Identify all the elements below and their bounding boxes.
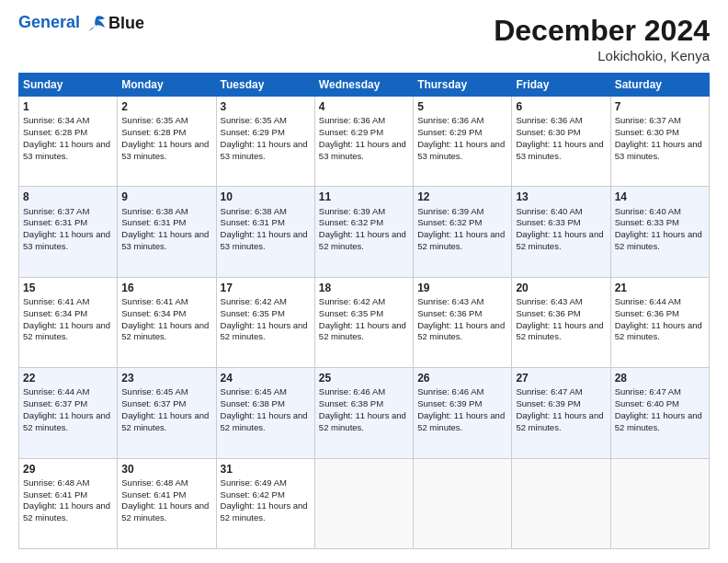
table-row: 8Sunrise: 6:37 AMSunset: 6:31 PMDaylight… xyxy=(19,187,118,277)
day-number: 14 xyxy=(615,190,705,204)
sunrise-text: Sunrise: 6:35 AM xyxy=(121,115,188,125)
table-row: 12Sunrise: 6:39 AMSunset: 6:32 PMDayligh… xyxy=(414,187,512,277)
logo-general: General xyxy=(18,13,80,31)
sunset-text: Sunset: 6:31 PM xyxy=(221,217,285,227)
daylight-text: Daylight: 11 hours and 53 minutes. xyxy=(221,139,308,161)
day-number: 10 xyxy=(221,190,311,204)
daylight-text: Daylight: 11 hours and 53 minutes. xyxy=(121,229,209,251)
day-number: 4 xyxy=(319,99,409,114)
day-number: 3 xyxy=(221,99,311,114)
sunset-text: Sunset: 6:30 PM xyxy=(615,127,679,137)
day-number: 28 xyxy=(615,371,705,385)
table-row: 24Sunrise: 6:45 AMSunset: 6:38 PMDayligh… xyxy=(216,368,314,458)
daylight-text: Daylight: 11 hours and 52 minutes. xyxy=(121,320,209,342)
daylight-text: Daylight: 11 hours and 52 minutes. xyxy=(417,229,505,251)
daylight-text: Daylight: 11 hours and 53 minutes. xyxy=(319,139,406,161)
daylight-text: Daylight: 11 hours and 52 minutes. xyxy=(221,500,308,523)
sunset-text: Sunset: 6:28 PM xyxy=(121,127,186,137)
sunset-text: Sunset: 6:30 PM xyxy=(516,127,580,137)
sunrise-text: Sunrise: 6:44 AM xyxy=(23,386,89,396)
sunrise-text: Sunrise: 6:41 AM xyxy=(121,296,188,306)
daylight-text: Daylight: 11 hours and 52 minutes. xyxy=(121,410,209,432)
day-number: 13 xyxy=(516,190,606,204)
sunset-text: Sunset: 6:39 PM xyxy=(516,398,580,408)
sunrise-text: Sunrise: 6:47 AM xyxy=(516,386,582,396)
sunrise-text: Sunrise: 6:48 AM xyxy=(23,477,89,488)
table-row: 1Sunrise: 6:34 AMSunset: 6:28 PMDaylight… xyxy=(19,97,118,187)
sunrise-text: Sunrise: 6:36 AM xyxy=(417,115,483,125)
calendar-week-row: 15Sunrise: 6:41 AMSunset: 6:34 PMDayligh… xyxy=(19,277,710,367)
daylight-text: Daylight: 11 hours and 52 minutes. xyxy=(221,320,308,342)
daylight-text: Daylight: 11 hours and 52 minutes. xyxy=(516,229,603,251)
calendar-header-row: Sunday Monday Tuesday Wednesday Thursday… xyxy=(19,74,710,97)
table-row: 19Sunrise: 6:43 AMSunset: 6:36 PMDayligh… xyxy=(414,277,512,367)
sunset-text: Sunset: 6:36 PM xyxy=(516,308,580,318)
sunrise-text: Sunrise: 6:39 AM xyxy=(417,206,483,216)
table-row: 30Sunrise: 6:48 AMSunset: 6:41 PMDayligh… xyxy=(118,458,216,548)
sunset-text: Sunset: 6:34 PM xyxy=(23,308,87,318)
daylight-text: Daylight: 11 hours and 53 minutes. xyxy=(417,139,505,161)
sunrise-text: Sunrise: 6:37 AM xyxy=(615,115,681,125)
location: Lokichokio, Kenya xyxy=(494,48,710,63)
day-number: 18 xyxy=(319,281,409,295)
table-row: 4Sunrise: 6:36 AMSunset: 6:29 PMDaylight… xyxy=(314,97,413,187)
table-row: 22Sunrise: 6:44 AMSunset: 6:37 PMDayligh… xyxy=(19,368,118,458)
table-row: 17Sunrise: 6:42 AMSunset: 6:35 PMDayligh… xyxy=(216,277,314,367)
sunrise-text: Sunrise: 6:47 AM xyxy=(615,386,681,396)
sunset-text: Sunset: 6:31 PM xyxy=(121,217,186,227)
sunset-text: Sunset: 6:41 PM xyxy=(23,489,87,500)
day-number: 24 xyxy=(221,371,311,385)
sunset-text: Sunset: 6:35 PM xyxy=(319,308,383,318)
day-number: 15 xyxy=(23,281,113,295)
day-number: 30 xyxy=(121,462,211,477)
daylight-text: Daylight: 11 hours and 52 minutes. xyxy=(121,500,209,523)
day-number: 22 xyxy=(23,371,113,385)
daylight-text: Daylight: 11 hours and 53 minutes. xyxy=(516,139,603,161)
table-row: 15Sunrise: 6:41 AMSunset: 6:34 PMDayligh… xyxy=(19,277,118,367)
table-row: 13Sunrise: 6:40 AMSunset: 6:33 PMDayligh… xyxy=(512,187,610,277)
sunrise-text: Sunrise: 6:41 AM xyxy=(23,296,89,306)
sunset-text: Sunset: 6:42 PM xyxy=(221,489,285,500)
table-row: 2Sunrise: 6:35 AMSunset: 6:28 PMDaylight… xyxy=(118,97,216,187)
table-row: 10Sunrise: 6:38 AMSunset: 6:31 PMDayligh… xyxy=(216,187,314,277)
daylight-text: Daylight: 11 hours and 52 minutes. xyxy=(516,410,603,432)
sunrise-text: Sunrise: 6:35 AM xyxy=(221,115,287,125)
sunset-text: Sunset: 6:34 PM xyxy=(121,308,186,318)
calendar-week-row: 29Sunrise: 6:48 AMSunset: 6:41 PMDayligh… xyxy=(19,458,710,548)
day-number: 2 xyxy=(121,99,211,114)
table-row: 23Sunrise: 6:45 AMSunset: 6:37 PMDayligh… xyxy=(118,368,216,458)
daylight-text: Daylight: 11 hours and 52 minutes. xyxy=(319,229,406,251)
sunrise-text: Sunrise: 6:34 AM xyxy=(23,115,89,125)
day-number: 26 xyxy=(417,371,507,385)
daylight-text: Daylight: 11 hours and 52 minutes. xyxy=(221,410,308,432)
day-number: 27 xyxy=(516,371,606,385)
table-row: 5Sunrise: 6:36 AMSunset: 6:29 PMDaylight… xyxy=(414,97,512,187)
table-row: 25Sunrise: 6:46 AMSunset: 6:38 PMDayligh… xyxy=(314,368,413,458)
logo: General Blue xyxy=(18,14,144,33)
sunrise-text: Sunrise: 6:43 AM xyxy=(516,296,582,306)
col-monday: Monday xyxy=(118,74,216,97)
title-area: December 2024 Lokichokio, Kenya xyxy=(494,14,710,63)
col-tuesday: Tuesday xyxy=(216,74,314,97)
daylight-text: Daylight: 11 hours and 53 minutes. xyxy=(221,229,308,251)
table-row: 26Sunrise: 6:46 AMSunset: 6:39 PMDayligh… xyxy=(414,368,512,458)
day-number: 7 xyxy=(615,99,705,114)
table-row: 14Sunrise: 6:40 AMSunset: 6:33 PMDayligh… xyxy=(610,187,709,277)
table-row: 20Sunrise: 6:43 AMSunset: 6:36 PMDayligh… xyxy=(512,277,610,367)
table-row: 11Sunrise: 6:39 AMSunset: 6:32 PMDayligh… xyxy=(314,187,413,277)
day-number: 11 xyxy=(319,190,409,204)
logo-blue: Blue xyxy=(108,14,144,33)
sunset-text: Sunset: 6:32 PM xyxy=(417,217,482,227)
table-row: 31Sunrise: 6:49 AMSunset: 6:42 PMDayligh… xyxy=(216,458,314,548)
day-number: 8 xyxy=(23,190,113,204)
day-number: 21 xyxy=(615,281,705,295)
table-row: 3Sunrise: 6:35 AMSunset: 6:29 PMDaylight… xyxy=(216,97,314,187)
calendar-week-row: 8Sunrise: 6:37 AMSunset: 6:31 PMDaylight… xyxy=(19,187,710,277)
col-sunday: Sunday xyxy=(19,74,118,97)
daylight-text: Daylight: 11 hours and 52 minutes. xyxy=(319,320,406,342)
sunrise-text: Sunrise: 6:40 AM xyxy=(615,206,681,216)
daylight-text: Daylight: 11 hours and 53 minutes. xyxy=(23,139,110,161)
day-number: 19 xyxy=(417,281,507,295)
day-number: 31 xyxy=(221,462,311,477)
sunrise-text: Sunrise: 6:46 AM xyxy=(319,386,385,396)
